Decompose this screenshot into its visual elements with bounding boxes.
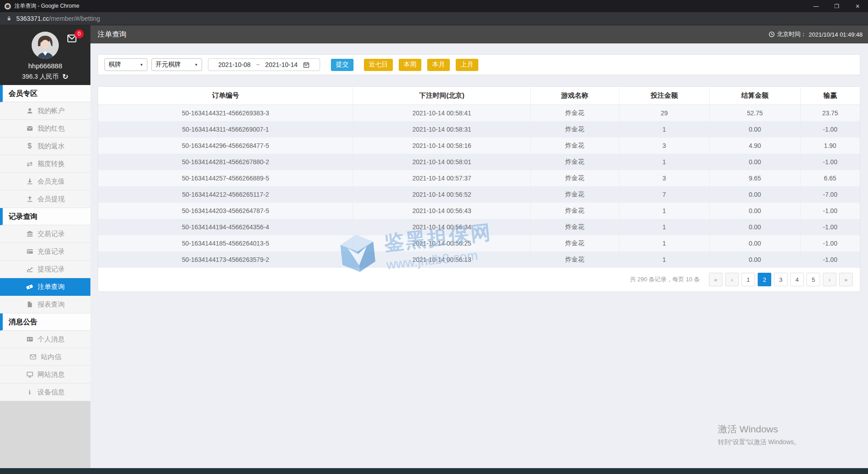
pager-page-button[interactable]: 3 [774, 273, 788, 286]
column-header: 游戏名称 [531, 87, 619, 104]
sidebar-item-id-card[interactable]: 个人消息 [0, 331, 90, 348]
close-button[interactable]: ✕ [847, 0, 868, 12]
quick-range-button[interactable]: 本周 [399, 59, 421, 71]
submit-button[interactable]: 提交 [331, 59, 354, 71]
table-cell: 炸金花 [531, 137, 619, 154]
pager-page-button[interactable]: 2 [758, 273, 771, 286]
pager-page-button[interactable]: 5 [807, 273, 820, 286]
table-cell: 2021-10-14 00:56:52 [353, 186, 531, 203]
browser-titlebar: 注单查询 - Google Chrome — ❐ ✕ [0, 0, 868, 12]
sidebar-item-label: 提现记录 [38, 265, 65, 274]
avatar[interactable] [32, 32, 59, 59]
column-header: 投注金额 [619, 87, 710, 104]
table-cell: 0.00 [710, 154, 801, 170]
url-host: 5363371.cc [16, 15, 49, 22]
address-bar[interactable]: 5363371.cc/member/#/betting [0, 12, 868, 25]
sidebar-item-dollar[interactable]: $我的返水 [0, 137, 90, 155]
sidebar-item-label: 站内信 [41, 353, 61, 361]
clock-icon [769, 31, 775, 38]
bet-table: 订单编号下注时间(北京)游戏名称投注金额结算金额输赢 50-1634144321… [98, 86, 860, 292]
quick-range-button[interactable]: 上月 [456, 59, 478, 71]
table-row: 50-1634144311-4566269007-12021-10-14 00:… [98, 121, 860, 137]
sidebar-item-label: 充值记录 [38, 247, 65, 256]
table-cell: 0.00 [710, 235, 801, 251]
table-cell: 23.75 [801, 105, 860, 121]
url-path: /member/#/betting [49, 15, 100, 22]
date-range-input[interactable]: 2021-10-08 ~ 2021-10-14 [208, 58, 320, 71]
table-cell: 炸金花 [531, 235, 619, 251]
table-cell: 0.00 [710, 203, 801, 219]
sidebar-item-user[interactable]: 我的帐户 [0, 102, 90, 120]
sidebar-item-report[interactable]: 报表查询 [0, 296, 90, 313]
table-cell: 7 [619, 186, 710, 203]
table-cell: 50-1634144321-4566269383-3 [98, 105, 353, 121]
category-select[interactable]: 棋牌 ▼ [104, 58, 147, 71]
column-header: 结算金额 [710, 87, 801, 104]
dollar-icon: $ [26, 142, 33, 150]
table-cell: 50-1634144212-4566265117-2 [98, 186, 353, 203]
sidebar-item-monitor[interactable]: 网站消息 [0, 366, 90, 384]
sidebar-item-credit-card[interactable]: 充值记录 [0, 243, 90, 261]
quick-range-button[interactable]: 本月 [427, 59, 450, 71]
table-row: 50-1634144203-4566264787-52021-10-14 00:… [98, 203, 860, 219]
table-cell: 50-1634144311-4566269007-1 [98, 121, 353, 137]
table-cell: -1.00 [801, 154, 860, 170]
table-cell: 29 [619, 105, 710, 121]
windows-activation-notice: 激活 Windows 转到“设置”以激活 Windows。 [718, 423, 800, 446]
table-cell: 2021-10-14 00:56:34 [353, 219, 531, 235]
pagination-summary: 共 290 条记录，每页 10 条 [630, 275, 700, 284]
sidebar-filler [0, 401, 90, 468]
restore-button[interactable]: ❐ [826, 0, 847, 12]
table-cell: -1.00 [801, 235, 860, 251]
sidebar-item-label: 会员提现 [38, 195, 65, 204]
provider-select[interactable]: 开元棋牌 ▼ [151, 58, 202, 71]
sidebar-item-mail-outline[interactable]: 站内信 [0, 348, 90, 366]
table-cell: 炸金花 [531, 219, 619, 235]
sidebar-item-bank[interactable]: 交易记录 [0, 225, 90, 243]
red-packet-icon [26, 125, 33, 132]
table-row: 50-1634144321-4566269383-32021-10-14 00:… [98, 105, 860, 121]
pager-page-button[interactable]: 4 [790, 273, 804, 286]
table-cell: 50-1634144185-4566264013-5 [98, 235, 353, 251]
pager-page-button[interactable]: 1 [741, 273, 755, 286]
withdraw-icon [26, 195, 33, 203]
quick-range-button[interactable]: 近七日 [364, 59, 393, 71]
table-cell: 3 [619, 170, 710, 186]
sidebar-section-title: 会员专区 [0, 85, 90, 102]
table-cell: 2021-10-14 00:57:37 [353, 170, 531, 186]
sidebar-item-withdraw[interactable]: 会员提现 [0, 190, 90, 208]
sidebar-item-red-packet[interactable]: 我的红包 [0, 120, 90, 137]
chevron-down-icon: ▼ [194, 63, 198, 67]
table-cell: 2021-10-14 00:56:13 [353, 251, 531, 268]
date-separator: ~ [256, 61, 259, 68]
table-row: 50-1634144257-4566266889-52021-10-14 00:… [98, 170, 860, 186]
pager-nav-button[interactable]: » [839, 273, 853, 286]
pager-nav-button[interactable]: ‹ [725, 273, 739, 286]
mail-button[interactable]: 0 [66, 33, 78, 45]
date-to: 2021-10-14 [265, 61, 298, 68]
pager-nav-button[interactable]: › [823, 273, 836, 286]
table-cell: 50-1634144296-4566268477-5 [98, 137, 353, 154]
table-cell: 50-1634144173-4566263579-2 [98, 251, 353, 268]
window-title: 注单查询 - Google Chrome [14, 2, 79, 10]
filter-bar: 棋牌 ▼ 开元棋牌 ▼ 2021-10-08 ~ 2021-10-14 提交 近… [98, 54, 860, 75]
table-cell: 炸金花 [531, 121, 619, 137]
table-cell: 2021-10-14 00:58:16 [353, 137, 531, 154]
sidebar-item-deposit[interactable]: 会员充值 [0, 173, 90, 190]
minimize-button[interactable]: — [806, 0, 826, 12]
pager-nav-button[interactable]: « [709, 273, 722, 286]
table-cell: 2021-10-14 00:58:31 [353, 121, 531, 137]
refresh-balance-icon[interactable]: ↻ [62, 72, 68, 81]
table-cell: 1 [619, 154, 710, 170]
table-cell: 2021-10-14 00:56:43 [353, 203, 531, 219]
sidebar-item-label: 我的返水 [38, 142, 65, 151]
site-favicon-icon [5, 3, 11, 9]
sidebar-item-info[interactable]: i设备信息 [0, 384, 90, 401]
sidebar-item-ticket[interactable]: 注单查询 [0, 278, 90, 296]
sidebar-item-transfer[interactable]: ⇄额度转换 [0, 155, 90, 173]
activation-line1: 激活 Windows [718, 423, 800, 436]
page-header: 注单查询 北京时间： 2021/10/14 01:49:48 [90, 25, 868, 43]
category-select-value: 棋牌 [108, 61, 121, 69]
table-cell: 52.75 [710, 105, 801, 121]
sidebar-item-chart-line[interactable]: 提现记录 [0, 261, 90, 278]
